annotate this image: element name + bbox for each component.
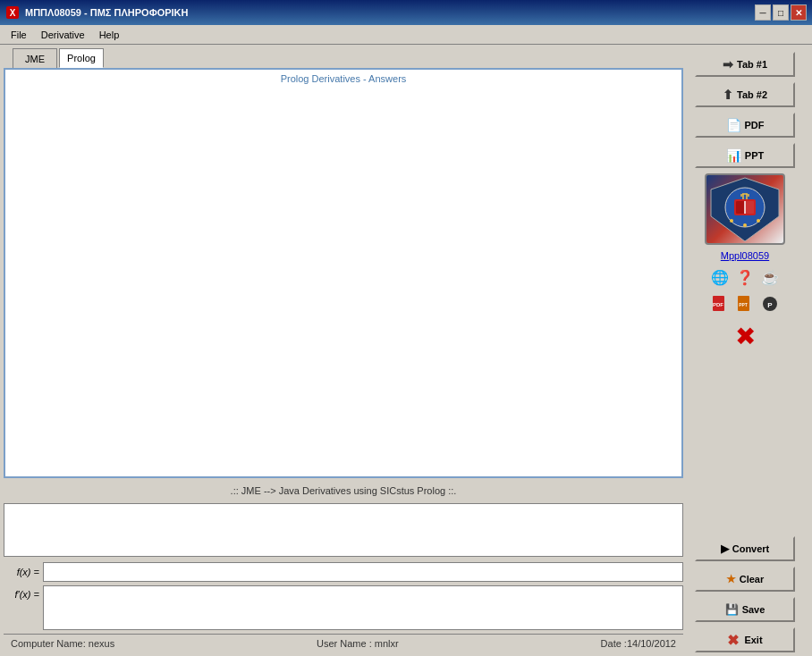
tab2-icon: ⬆ — [723, 88, 733, 102]
save-icon: 💾 — [725, 603, 739, 616]
big-x-icon[interactable]: ✖ — [729, 320, 761, 352]
app-icon: X — [5, 5, 20, 20]
tab-prolog[interactable]: Prolog — [59, 48, 104, 68]
footer-computer: Computer Name: nexus — [11, 638, 114, 649]
menu-derivative[interactable]: Derivative — [34, 28, 92, 42]
fx-label: f(x) = — [4, 567, 39, 577]
content-area: Prolog Derivatives - Answers — [4, 68, 683, 478]
exit-button[interactable]: ✖ Exit — [695, 627, 795, 652]
window-controls: ─ □ ✕ — [755, 4, 807, 21]
convert-icon: ▶ — [721, 542, 729, 555]
bottom-section: f(x) = f'(x) = — [4, 503, 683, 630]
logo-emblem — [705, 173, 785, 245]
svg-point-10 — [757, 219, 760, 223]
icon-row-1: 🌐 ❓ ☕ — [709, 266, 781, 288]
footer: Computer Name: nexus User Name : mnlxr D… — [4, 634, 683, 652]
globe-icon[interactable]: 🌐 — [709, 266, 731, 288]
close-button[interactable]: ✕ — [791, 4, 807, 21]
tab1-button[interactable]: ➡ Tab #1 — [695, 52, 795, 77]
svg-point-8 — [730, 219, 733, 223]
save-button[interactable]: 💾 Save — [695, 597, 795, 622]
app-title: ΜΠΠΛ08059 - ΠΜΣ ΠΛΗΡΟΦΟΡΙΚΗ — [25, 7, 755, 18]
tab-jme[interactable]: JME — [13, 48, 57, 68]
content-title: Prolog Derivatives - Answers — [5, 70, 681, 88]
left-panel: JME Prolog Prolog Derivatives - Answers … — [4, 48, 683, 652]
pdf-small-icon[interactable]: PDF — [709, 293, 731, 315]
minimize-button[interactable]: ─ — [755, 4, 771, 21]
tabs-row: JME Prolog — [4, 48, 683, 68]
svg-text:PDF: PDF — [713, 302, 723, 307]
svg-point-9 — [743, 223, 747, 227]
right-panel: ➡ Tab #1 ⬆ Tab #2 📄 PDF 📊 PPT — [687, 48, 803, 652]
pdf-icon: 📄 — [726, 118, 741, 132]
fprime-label: f'(x) = — [4, 585, 39, 600]
menu-file[interactable]: File — [4, 28, 34, 42]
ppt-button[interactable]: 📊 PPT — [695, 143, 795, 168]
status-text: .:: JME --> Java Derivatives using SICst… — [4, 482, 683, 500]
svg-text:X: X — [10, 8, 16, 18]
svg-text:P: P — [767, 301, 773, 309]
fprime-textarea[interactable] — [43, 585, 683, 630]
main-container: JME Prolog Prolog Derivatives - Answers … — [0, 45, 812, 656]
big-x-row: ✖ — [729, 320, 761, 352]
tab2-button[interactable]: ⬆ Tab #2 — [695, 82, 795, 107]
pdf-button[interactable]: 📄 PDF — [695, 113, 795, 138]
ppt-icon: 📊 — [726, 148, 741, 163]
mppl-link[interactable]: Mppl08059 — [721, 250, 769, 261]
java-icon[interactable]: ☕ — [759, 266, 781, 288]
fprime-row: f'(x) = — [4, 585, 683, 630]
fx-input[interactable] — [43, 562, 683, 582]
icon-row-2: PDF PPT P — [709, 293, 781, 315]
tab1-icon: ➡ — [723, 57, 733, 71]
title-bar: X ΜΠΠΛ08059 - ΠΜΣ ΠΛΗΡΟΦΟΡΙΚΗ ─ □ ✕ — [0, 0, 812, 25]
svg-text:PPT: PPT — [739, 302, 748, 307]
clear-icon: ★ — [726, 573, 736, 585]
exit-icon: ✖ — [727, 632, 739, 649]
maximize-button[interactable]: □ — [773, 4, 789, 21]
question-icon[interactable]: ❓ — [734, 266, 756, 288]
footer-user: User Name : mnlxr — [317, 638, 399, 649]
input-textarea[interactable] — [4, 503, 683, 557]
convert-button[interactable]: ▶ Convert — [695, 536, 795, 561]
fx-row: f(x) = — [4, 562, 683, 582]
clear-button[interactable]: ★ Clear — [695, 567, 795, 592]
footer-date: Date :14/10/2012 — [601, 638, 676, 649]
ppt-small-icon[interactable]: PPT — [734, 293, 756, 315]
svg-rect-5 — [736, 201, 745, 214]
svg-rect-6 — [745, 201, 754, 214]
menu-help[interactable]: Help — [92, 28, 127, 42]
prolog-icon[interactable]: P — [759, 293, 781, 315]
menu-bar: File Derivative Help — [0, 25, 812, 45]
